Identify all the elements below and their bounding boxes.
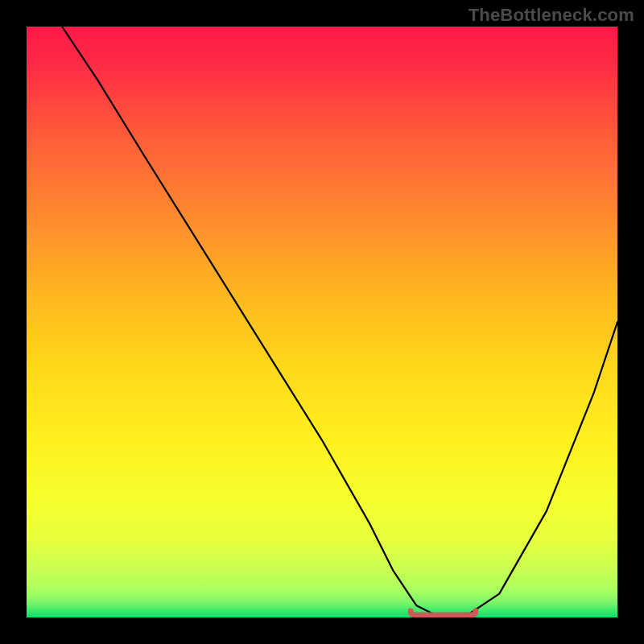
watermark-text: TheBottleneck.com [469, 5, 634, 26]
plot-area [27, 27, 617, 617]
chart-frame: TheBottleneck.com [0, 0, 644, 644]
chart-svg [27, 27, 617, 617]
gradient-background [27, 27, 617, 617]
